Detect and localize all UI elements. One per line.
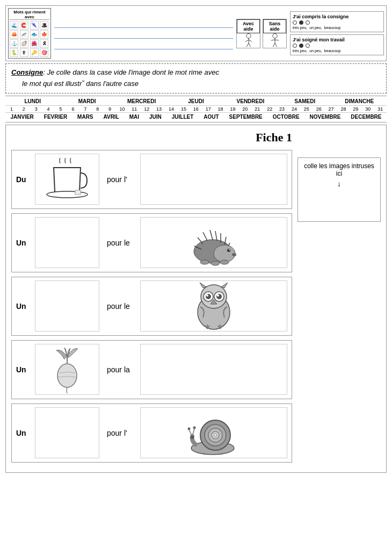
icon-5: 🦀 — [10, 30, 18, 39]
month-juillet: JUILLET — [172, 114, 194, 120]
writing-line-3 — [54, 39, 233, 49]
date-13: 13 — [154, 106, 164, 112]
svg-point-27 — [200, 260, 209, 264]
aide-section: Avec aide Sans aide — [236, 19, 287, 48]
answer-box-2 — [140, 217, 287, 268]
icon-11: 🌺 — [30, 39, 39, 48]
date-9: 9 — [105, 106, 115, 112]
date-11: 11 — [129, 106, 139, 112]
dots-labels-2: très peu, un peu, beaucoup — [293, 49, 381, 53]
dots-labels-1: très peu, un peu, beaucoup — [293, 26, 381, 30]
date-15: 15 — [179, 106, 188, 112]
exercise-row-2: Un pour le — [11, 213, 292, 272]
month-avril: AVRIL — [103, 114, 119, 120]
svg-line-11 — [275, 43, 277, 47]
icon-12: 🎗 — [40, 39, 48, 48]
day-vendredi: VENDREDI — [231, 98, 269, 104]
label-un-peu-1: un peu, — [309, 26, 322, 30]
date-14: 14 — [166, 106, 176, 112]
fiche-title: Fiche 1 — [11, 131, 292, 145]
day-jeudi: JEUDI — [177, 98, 215, 104]
colle-box: colle les images intruses ici ↓ — [297, 157, 381, 222]
svg-point-52 — [193, 426, 195, 429]
icon-14: 🗡 — [20, 48, 28, 57]
answer-box-3 — [140, 280, 287, 331]
svg-line-20 — [203, 232, 207, 241]
icons-grid: 🌊 🧲 🌂 🎩 🦀 🦟 🐟 🍁 ⚓ 🦪 🌺 🎗 🐍 🗡 🔑 🎯 — [10, 21, 49, 57]
svg-point-28 — [211, 261, 220, 265]
day-mercredi: MERCREDI — [123, 98, 161, 104]
icon-9: ⚓ — [10, 39, 18, 48]
dot-beaucoup-1 — [306, 20, 310, 25]
icon-16: 🎯 — [40, 48, 48, 57]
consigne-text-2: le mot qui est illustr˜ dans l'autre cas… — [22, 80, 139, 88]
right-panel: J'ai compris la consigne très peu, un pe… — [290, 11, 384, 55]
answer-box-1 — [140, 154, 287, 205]
owl-svg — [187, 283, 241, 330]
icon-1: 🌊 — [10, 21, 18, 30]
image-box-empty-2 — [35, 217, 99, 268]
date-8: 8 — [93, 106, 103, 112]
svg-line-8 — [271, 40, 274, 40]
day-dimanche: DIMANCHE — [340, 98, 378, 104]
svg-line-4 — [246, 43, 249, 47]
image-box-empty-5 — [35, 407, 99, 458]
svg-point-12 — [47, 191, 88, 198]
date-18: 18 — [216, 106, 226, 112]
writing-line-2 — [54, 28, 233, 39]
icon-10: 🦪 — [20, 39, 28, 48]
label-beaucoup-2: beaucoup — [324, 49, 341, 53]
consigne-label: Consigne — [11, 68, 43, 76]
date-1: 1 — [6, 106, 16, 112]
dot-tres-peu-2 — [293, 44, 297, 48]
soigne-title: J'ai soigné mon travail — [293, 37, 381, 42]
svg-line-3 — [249, 40, 252, 42]
avec-aide-svg — [238, 33, 259, 48]
date-19: 19 — [228, 106, 237, 112]
icon-15: 🔑 — [30, 48, 39, 57]
article-2: Un — [16, 239, 35, 247]
compris-box: J'ai compris la consigne très peu, un pe… — [290, 11, 384, 32]
image-box-coffee — [35, 154, 99, 205]
date-21: 21 — [252, 106, 262, 112]
dot-tres-peu-1 — [293, 20, 297, 25]
svg-point-25 — [229, 249, 230, 250]
pour-3: pour le — [103, 302, 140, 311]
date-4: 4 — [43, 106, 53, 112]
colle-arrow: ↓ — [302, 179, 376, 188]
radish-svg — [46, 346, 89, 393]
date-27: 27 — [326, 106, 336, 112]
icon-3: 🌂 — [30, 21, 39, 30]
soigne-dots-row — [293, 44, 381, 48]
month-aout: AOUT — [204, 114, 219, 120]
date-25: 25 — [302, 106, 311, 112]
svg-marker-33 — [221, 283, 228, 288]
exercise-row-5: Un pour l' — [11, 403, 292, 463]
label-beaucoup-1: beaucoup — [324, 26, 341, 30]
svg-line-9 — [275, 40, 279, 40]
date-3: 3 — [31, 106, 41, 112]
svg-point-29 — [220, 260, 229, 264]
svg-point-24 — [227, 249, 230, 252]
month-septembre: SEPTEMBRE — [229, 114, 263, 120]
date-24: 24 — [289, 106, 299, 112]
coffee-cup-svg — [43, 158, 91, 201]
date-23: 23 — [277, 106, 287, 112]
soigne-box: J'ai soigné mon travail très peu, un peu… — [290, 34, 384, 55]
icon-13: 🐍 — [10, 48, 18, 57]
pour-4: pour la — [103, 365, 140, 374]
consigne-section: Consigne: Je colle dans la case vide l'i… — [5, 63, 387, 93]
month-octobre: OCTOBRE — [273, 114, 300, 120]
pour-2: pour le — [103, 239, 140, 247]
date-30: 30 — [363, 106, 373, 112]
day-lundi: LUNDI — [14, 98, 52, 104]
svg-point-53 — [191, 436, 194, 439]
icon-6: 🦟 — [20, 30, 28, 39]
compris-dots-row — [293, 20, 381, 25]
writing-line-1 — [54, 17, 233, 28]
icon-8: 🍁 — [40, 30, 48, 39]
hedgehog-svg — [186, 219, 242, 266]
pour-5: pour l' — [103, 429, 140, 437]
article-1: Du — [16, 175, 35, 184]
month-fevrier: FEVRIER — [44, 114, 67, 120]
